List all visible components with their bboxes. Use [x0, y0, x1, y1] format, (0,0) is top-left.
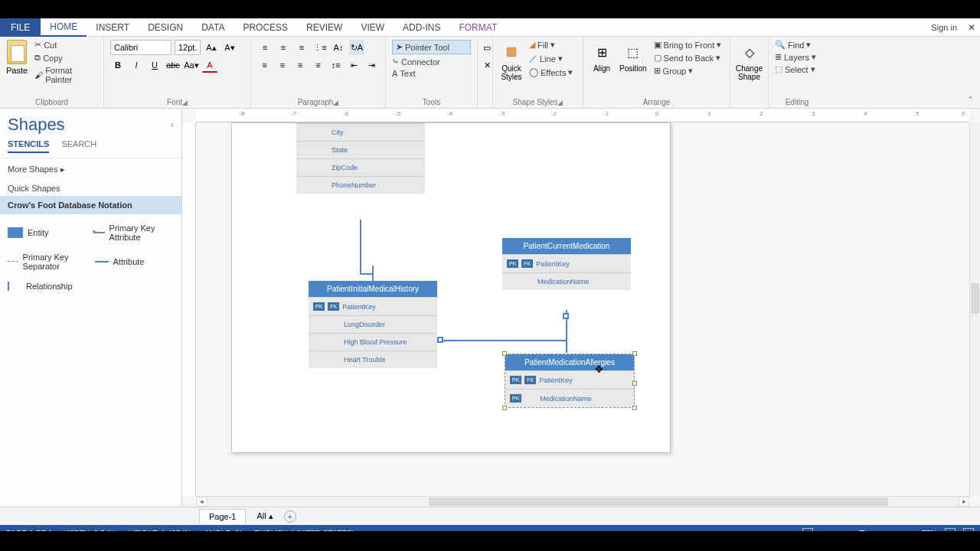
align-bottom-button[interactable]: ≡ — [294, 40, 309, 55]
scroll-left-button[interactable]: ◂ — [196, 497, 207, 507]
tab-view[interactable]: VIEW — [351, 18, 394, 37]
scroll-thumb[interactable] — [971, 283, 979, 314]
align-right-button[interactable]: ≡ — [293, 57, 308, 73]
align-middle-button[interactable]: ≡ — [276, 40, 291, 55]
format-painter-button[interactable]: 🖌Format Painter — [34, 66, 97, 84]
bring-to-front-button[interactable]: ▣Bring to Front ▾ — [654, 40, 722, 50]
line-button[interactable]: ／Line▾ — [529, 53, 573, 64]
paragraph-dialog-launcher[interactable]: ◢ — [333, 99, 338, 106]
shape-styles-dialog-launcher[interactable]: ◢ — [557, 99, 563, 106]
horizontal-ruler: -8 -7 -6 -5 -4 -3 -2 -1 0 1 2 3 4 5 6 — [196, 109, 969, 122]
font-size-input[interactable] — [175, 40, 201, 55]
text-tool-button[interactable]: AText — [392, 69, 471, 78]
more-shapes-button[interactable]: More Shapes ▸ — [0, 158, 181, 181]
decrease-font-button[interactable]: A▾ — [222, 40, 237, 55]
rectangle-tool-button[interactable]: ▭ — [479, 40, 495, 55]
font-color-button[interactable]: A — [202, 57, 217, 73]
paragraph-group-label: Paragraph — [298, 98, 334, 106]
copy-button[interactable]: ⧉Copy — [34, 53, 97, 63]
bold-button[interactable]: B — [110, 57, 126, 73]
connector[interactable] — [372, 266, 374, 281]
position-button[interactable]: ⬚Position — [619, 40, 647, 96]
tab-home[interactable]: HOME — [41, 18, 87, 37]
connector[interactable] — [437, 340, 567, 341]
drawing-canvas[interactable]: -8 -7 -6 -5 -4 -3 -2 -1 0 1 2 3 4 5 6 — [182, 109, 980, 507]
tab-addins[interactable]: ADD-INS — [394, 18, 449, 37]
tab-format[interactable]: FORMAT — [449, 18, 506, 37]
line-spacing-button[interactable]: ↕≡ — [328, 57, 343, 73]
search-tab[interactable]: SEARCH — [61, 139, 96, 153]
page-tab-1[interactable]: Page-1 — [199, 509, 246, 523]
quick-styles-button[interactable]: Quick Styles — [499, 40, 524, 96]
vertical-scrollbar[interactable] — [969, 122, 980, 496]
stencils-tab[interactable]: STENCILS — [8, 139, 49, 153]
change-shape-button[interactable]: ◇ Change Shape — [736, 40, 763, 81]
italic-button[interactable]: I — [129, 57, 144, 73]
add-page-button[interactable]: + — [284, 510, 296, 523]
find-button[interactable]: 🔍Find▾ — [775, 40, 819, 50]
align-button[interactable]: ⊞Align — [590, 40, 614, 96]
outdent-button[interactable]: ⇤ — [346, 57, 361, 73]
tab-insert[interactable]: INSERT — [87, 18, 139, 37]
group-button[interactable]: ⊞Group▾ — [654, 66, 722, 76]
send-to-back-button[interactable]: ▢Send to Back ▾ — [654, 53, 722, 63]
fill-button[interactable]: ◢Fill▾ — [529, 40, 573, 50]
shape-entity[interactable]: Entity — [5, 220, 90, 245]
tab-strip: FILE HOME INSERT DESIGN DATA PROCESS REV… — [0, 18, 980, 37]
selection-handle[interactable] — [632, 351, 637, 356]
entity-current-medication[interactable]: PatientCurrentMedication PKFKPatientKey … — [502, 238, 631, 290]
all-pages-button[interactable]: All ▴ — [256, 511, 273, 521]
scroll-right-button[interactable]: ▸ — [959, 497, 969, 507]
attr-icon — [95, 261, 109, 262]
align-top-button[interactable]: ≡ — [257, 40, 273, 55]
drawing-page[interactable]: City State ZipCode PhoneNumber PatientIn… — [231, 122, 671, 453]
text-direction-button[interactable]: A↕ — [331, 40, 346, 55]
quick-shapes-label[interactable]: Quick Shapes — [0, 181, 181, 196]
delete-tool-button[interactable]: ✕ — [479, 57, 495, 73]
shape-attribute[interactable]: Attribute — [92, 249, 178, 274]
tab-process[interactable]: PROCESS — [234, 18, 297, 37]
shape-relationship[interactable]: Relationship — [5, 279, 90, 294]
tab-review[interactable]: REVIEW — [297, 18, 351, 37]
sign-in-link[interactable]: Sign in — [931, 23, 957, 32]
tab-design[interactable]: DESIGN — [139, 18, 192, 37]
effects-button[interactable]: ◯Effects▾ — [529, 67, 573, 77]
underline-button[interactable]: U — [147, 57, 162, 73]
pointer-tool-button[interactable]: ➤Pointer Tool — [392, 40, 471, 54]
collapse-ribbon-button[interactable]: ⌃ — [967, 95, 974, 105]
ribbon: Paste ✂Cut ⧉Copy 🖌Format Painter Clipboa… — [0, 37, 980, 109]
bullets-button[interactable]: ⋮≡ — [312, 40, 328, 55]
close-icon[interactable]: ✕ — [968, 22, 975, 33]
connector[interactable] — [360, 220, 361, 273]
tab-data[interactable]: DATA — [192, 18, 234, 37]
entity-allergies[interactable]: PatientMedicationAllergies PKFKPatientKe… — [505, 354, 634, 407]
increase-font-button[interactable]: A▴ — [204, 40, 219, 55]
scroll-thumb[interactable] — [429, 497, 888, 506]
connector-tool-button[interactable]: ⤷Connector — [392, 57, 471, 67]
tab-file[interactable]: FILE — [0, 18, 41, 37]
font-dialog-launcher[interactable]: ◢ — [182, 99, 188, 106]
align-left-button[interactable]: ≡ — [257, 57, 272, 73]
entity-history[interactable]: PatientInitialMedicalHistory PKFKPatient… — [309, 281, 437, 368]
selection-handle[interactable] — [632, 406, 637, 410]
cut-button[interactable]: ✂Cut — [34, 40, 97, 50]
horizontal-scrollbar[interactable]: ◂ ▸ — [196, 496, 969, 507]
layers-button[interactable]: ≣Layers▾ — [775, 52, 819, 62]
align-center-button[interactable]: ≡ — [275, 57, 289, 73]
collapse-shapes-icon[interactable]: ‹ — [171, 119, 174, 130]
shape-primary-key-attribute[interactable]: Primary Key Attribute — [92, 220, 178, 245]
select-button[interactable]: ⬚Select▾ — [775, 64, 819, 74]
case-button[interactable]: Aa▾ — [184, 57, 199, 73]
selection-handle[interactable] — [502, 351, 507, 356]
selection-handle[interactable] — [632, 381, 637, 386]
selection-handle[interactable] — [502, 406, 507, 410]
indent-button[interactable]: ⇥ — [364, 57, 379, 73]
justify-button[interactable]: ≡ — [311, 57, 325, 73]
font-name-input[interactable] — [110, 40, 172, 55]
entity-patient-top[interactable]: City State ZipCode PhoneNumber — [296, 123, 425, 194]
shape-primary-key-separator[interactable]: Primary Key Separator — [5, 249, 90, 274]
strike-button[interactable]: abc — [165, 57, 181, 73]
stencil-crowsfoot[interactable]: Crow's Foot Database Notation — [0, 196, 181, 214]
rotate-text-button[interactable]: ↻A — [349, 40, 364, 55]
paste-button[interactable]: Paste — [6, 40, 28, 96]
